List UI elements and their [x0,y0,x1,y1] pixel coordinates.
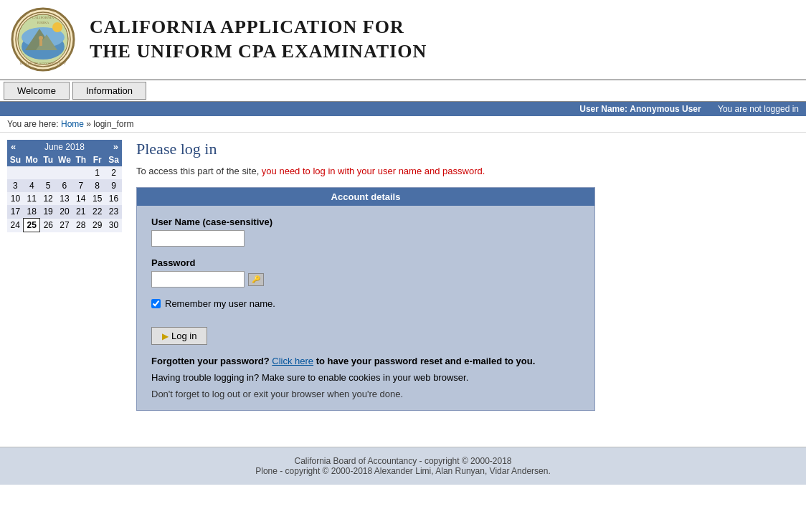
cal-day-10[interactable]: 10 [7,192,24,205]
cal-day-empty [7,166,24,179]
password-input[interactable] [151,271,245,288]
cal-day-24[interactable]: 24 [7,219,24,232]
footer-line2: Plone - copyright © 2000-2018 Alexander … [7,466,799,476]
cal-day-17[interactable]: 17 [7,205,24,219]
password-visibility-icon[interactable]: 🔑 [248,273,264,286]
forgot-suffix: to have your password reset and e-mailed… [316,356,536,366]
dow-th: Th [72,153,89,166]
cal-day-30[interactable]: 30 [105,219,122,232]
cal-day-3[interactable]: 3 [7,179,24,192]
password-label: Password [151,257,580,268]
nav-tab-welcome[interactable]: Welcome [4,82,70,100]
cal-day-9[interactable]: 9 [105,179,122,192]
user-bar: User Name: Anonymous User You are not lo… [0,102,806,116]
calendar-week-2: 3 4 5 6 7 8 9 [7,179,122,192]
username-value: Anonymous User [630,104,701,114]
svg-point-7 [52,22,62,32]
header: BOARD OF ACCOUNTANCY CALIFORNIA EUREKA C… [0,0,806,80]
dow-fr: Fr [89,153,105,166]
sidebar: « June 2018 » Su Mo Tu We Th Fr Sa [7,140,125,411]
cal-day-23[interactable]: 23 [105,205,122,219]
trouble-text: Having trouble logging in? Make sure to … [151,372,580,383]
calendar: « June 2018 » Su Mo Tu We Th Fr Sa [7,140,122,232]
cal-day-4[interactable]: 4 [24,179,40,192]
footer-line1: California Board of Accountancy - copyri… [7,456,799,466]
login-status: You are not logged in [718,104,799,114]
calendar-header-row: « June 2018 » [7,140,122,153]
username-group: User Name (case-sensitive) [151,217,580,247]
app-title: California Application for the Uniform C… [90,15,427,64]
breadcrumb: You are here: Home » login_form [0,116,806,133]
page-title: Please log in [136,140,799,158]
cal-day-19[interactable]: 19 [40,205,57,219]
nav-tab-information[interactable]: Information [72,82,146,100]
cal-day-28[interactable]: 28 [72,219,89,232]
cal-day-7[interactable]: 7 [72,179,89,192]
dow-sa: Sa [105,153,122,166]
cal-day-27[interactable]: 27 [57,219,73,232]
cal-day-14[interactable]: 14 [72,192,89,205]
account-details-body: User Name (case-sensitive) Password 🔑 Re… [137,206,594,410]
cal-day-16[interactable]: 16 [105,192,122,205]
cal-day-12[interactable]: 12 [40,192,57,205]
svg-text:BOARD OF ACCOUNTANCY: BOARD OF ACCOUNTANCY [20,62,66,65]
calendar-next-btn[interactable]: » [110,141,121,152]
calendar-week-3: 10 11 12 13 14 15 16 [7,192,122,205]
cal-day-26[interactable]: 26 [40,219,57,232]
calendar-month-year: June 2018 [44,142,85,152]
login-icon: ▶ [162,331,169,341]
cal-day-empty [24,166,40,179]
cal-day-2[interactable]: 2 [105,166,122,179]
intro-link: you need to log in with your user name a… [262,166,485,176]
cal-day-empty [72,166,89,179]
svg-text:EUREKA: EUREKA [37,21,49,24]
remember-me-checkbox[interactable] [151,299,161,308]
cal-day-20[interactable]: 20 [57,205,73,219]
login-button[interactable]: ▶ Log in [151,327,207,345]
cal-day-25-today[interactable]: 25 [24,219,40,232]
cal-day-18[interactable]: 18 [24,205,40,219]
dow-su: Su [7,153,24,166]
seal-logo: BOARD OF ACCOUNTANCY CALIFORNIA EUREKA [11,7,75,72]
user-name-label: User Name: [579,104,627,114]
footer: California Board of Accountancy - copyri… [0,447,806,485]
intro-text: To access this part of the site, you nee… [136,166,799,176]
cal-day-6[interactable]: 6 [57,179,73,192]
breadcrumb-home[interactable]: Home [61,119,84,129]
password-group: Password 🔑 [151,257,580,288]
dow-mo: Mo [24,153,40,166]
account-details-box: Account details User Name (case-sensitiv… [136,187,595,411]
remember-me-row: Remember my user name. [151,298,580,309]
svg-text:CALIFORNIA: CALIFORNIA [32,16,54,19]
cal-day-15[interactable]: 15 [89,192,105,205]
svg-point-9 [39,36,43,40]
content-area: Please log in To access this part of the… [136,140,799,411]
username-input[interactable] [151,230,245,247]
calendar-dow-row: Su Mo Tu We Th Fr Sa [7,153,122,166]
cal-day-13[interactable]: 13 [57,192,73,205]
cal-day-8[interactable]: 8 [89,179,105,192]
dow-tu: Tu [40,153,57,166]
forgot-password-text: Forgotten your password? Click here to h… [151,356,580,366]
forgot-password-link[interactable]: Click here [272,356,313,366]
cal-day-22[interactable]: 22 [89,205,105,219]
calendar-week-5: 24 25 26 27 28 29 30 [7,219,122,232]
account-details-header: Account details [137,188,594,206]
breadcrumb-current: login_form [93,119,133,129]
cal-day-11[interactable]: 11 [24,192,40,205]
calendar-week-1: 1 2 [7,166,122,179]
main-layout: « June 2018 » Su Mo Tu We Th Fr Sa [0,133,806,418]
calendar-week-4: 17 18 19 20 21 22 23 [7,205,122,219]
login-button-label: Log in [171,331,196,341]
cal-day-empty [40,166,57,179]
cal-day-empty [57,166,73,179]
cal-day-21[interactable]: 21 [72,205,89,219]
calendar-prev-btn[interactable]: « [8,141,19,152]
cal-day-29[interactable]: 29 [89,219,105,232]
dow-we: We [57,153,73,166]
dont-forget-text: Don't forget to log out or exit your bro… [151,389,580,399]
cal-day-5[interactable]: 5 [40,179,57,192]
password-row: 🔑 [151,271,580,288]
username-label: User Name (case-sensitive) [151,217,580,227]
cal-day-1[interactable]: 1 [89,166,105,179]
